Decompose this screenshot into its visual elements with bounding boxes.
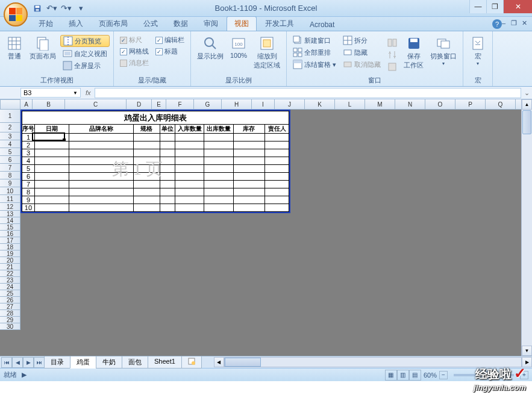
first-tab-icon[interactable]: ⏮: [1, 357, 12, 368]
row-header[interactable]: 24: [0, 284, 20, 290]
table-cell[interactable]: [204, 173, 233, 181]
table-header[interactable]: 单位: [160, 125, 175, 134]
arrange-all-button[interactable]: 全部重排: [290, 47, 339, 58]
row-header[interactable]: 10: [0, 187, 20, 195]
table-cell[interactable]: [160, 157, 175, 165]
row-header[interactable]: 29: [0, 317, 20, 323]
table-cell[interactable]: [34, 188, 69, 196]
normal-view-shortcut-icon[interactable]: ▦: [385, 370, 397, 381]
qat-customize-icon[interactable]: ▾: [75, 2, 87, 14]
table-cell[interactable]: [69, 134, 133, 141]
table-cell[interactable]: [233, 188, 264, 196]
row-header[interactable]: 28: [0, 310, 20, 317]
table-cell[interactable]: [34, 196, 69, 204]
table-cell[interactable]: [133, 173, 160, 181]
table-cell[interactable]: [175, 134, 204, 141]
table-cell[interactable]: [204, 204, 233, 212]
page-layout-view-button[interactable]: 页面布局: [27, 33, 58, 62]
table-cell[interactable]: [160, 149, 175, 157]
row-header[interactable]: 18: [0, 244, 20, 250]
new-window-button[interactable]: 新建窗口: [290, 35, 339, 46]
table-cell[interactable]: [265, 165, 289, 173]
table-cell[interactable]: [233, 204, 264, 212]
table-cell[interactable]: [69, 165, 133, 173]
table-cell[interactable]: [160, 134, 175, 141]
table-cell[interactable]: [69, 149, 133, 157]
table-cell[interactable]: [175, 173, 204, 181]
table-cell[interactable]: [133, 181, 160, 188]
table-cell[interactable]: [265, 157, 289, 165]
freeze-panes-button[interactable]: 冻结窗格 ▾: [290, 59, 339, 70]
mdi-restore-icon[interactable]: ❐: [510, 19, 518, 27]
table-header[interactable]: 日期: [34, 125, 69, 134]
row-header[interactable]: 27: [0, 303, 20, 310]
table-cell[interactable]: 3: [22, 149, 35, 157]
table-cell[interactable]: 9: [22, 196, 35, 204]
vertical-scrollbar[interactable]: ▲ ▼: [521, 99, 532, 356]
sheet-tab[interactable]: 牛奶: [96, 356, 122, 368]
row-header[interactable]: 20: [0, 257, 20, 264]
table-cell[interactable]: [133, 188, 160, 196]
table-cell[interactable]: [204, 196, 233, 204]
save-icon[interactable]: [31, 2, 43, 14]
col-header[interactable]: Q: [486, 99, 516, 110]
page-break-shortcut-icon[interactable]: ▤: [409, 370, 421, 381]
table-cell[interactable]: [233, 157, 264, 165]
col-header[interactable]: A: [20, 99, 33, 110]
col-header[interactable]: J: [275, 99, 305, 110]
sheet-tab[interactable]: 目录: [44, 356, 70, 368]
table-cell[interactable]: [160, 181, 175, 188]
col-header[interactable]: C: [65, 99, 127, 110]
table-cell[interactable]: [265, 141, 289, 149]
table-cell[interactable]: [160, 188, 175, 196]
table-cell[interactable]: 2: [22, 141, 35, 149]
tab-插入[interactable]: 插入: [61, 17, 90, 31]
table-cell[interactable]: [69, 196, 133, 204]
table-cell[interactable]: [133, 157, 160, 165]
sheet-tab[interactable]: 面包: [122, 356, 148, 368]
row-header[interactable]: 23: [0, 277, 20, 284]
row-header[interactable]: 4: [0, 140, 20, 148]
zoom-in-button[interactable]: +: [520, 371, 528, 379]
table-cell[interactable]: [133, 165, 160, 173]
last-tab-icon[interactable]: ⏭: [34, 357, 45, 368]
table-cell[interactable]: 10: [22, 204, 35, 212]
sheet-tab[interactable]: Sheet1: [148, 356, 182, 368]
table-cell[interactable]: 7: [22, 181, 35, 188]
redo-icon[interactable]: ↷▾: [60, 2, 72, 14]
table-cell[interactable]: [34, 157, 69, 165]
mdi-minimize-icon[interactable]: –: [499, 19, 508, 27]
row-header[interactable]: 22: [0, 270, 20, 277]
formula-input[interactable]: [95, 88, 521, 98]
table-cell[interactable]: [204, 181, 233, 188]
table-cell[interactable]: [265, 173, 289, 181]
col-header[interactable]: R: [516, 99, 521, 110]
row-header[interactable]: 6: [0, 156, 20, 164]
zoom-100-button[interactable]: 100100%: [228, 33, 249, 60]
table-header[interactable]: 规格: [133, 125, 160, 134]
table-cell[interactable]: [175, 196, 204, 204]
table-cell[interactable]: [160, 204, 175, 212]
table-cell[interactable]: [34, 181, 69, 188]
table-cell[interactable]: [265, 204, 289, 212]
table-cell[interactable]: [69, 204, 133, 212]
table-cell[interactable]: [265, 181, 289, 188]
zoom-selection-button[interactable]: 缩放到 选定区域: [251, 33, 283, 71]
row-header[interactable]: 11: [0, 195, 20, 203]
table-cell[interactable]: [69, 157, 133, 165]
row-header[interactable]: 2: [0, 123, 20, 132]
table-cell[interactable]: [133, 141, 160, 149]
normal-view-button[interactable]: 普通: [4, 33, 25, 62]
col-header[interactable]: L: [335, 99, 365, 110]
undo-icon[interactable]: ↶▾: [46, 2, 58, 14]
col-header[interactable]: B: [33, 99, 65, 110]
tab-开始[interactable]: 开始: [31, 17, 60, 31]
hide-button[interactable]: 隐藏: [340, 47, 383, 58]
table-cell[interactable]: [133, 149, 160, 157]
table-cell[interactable]: 4: [22, 157, 35, 165]
scroll-right-icon[interactable]: ▶: [522, 357, 532, 367]
col-header[interactable]: E: [152, 99, 166, 110]
ruler-checkbox[interactable]: ✓标尺: [117, 35, 151, 45]
table-cell[interactable]: [69, 188, 133, 196]
table-cell[interactable]: 1: [22, 134, 35, 141]
